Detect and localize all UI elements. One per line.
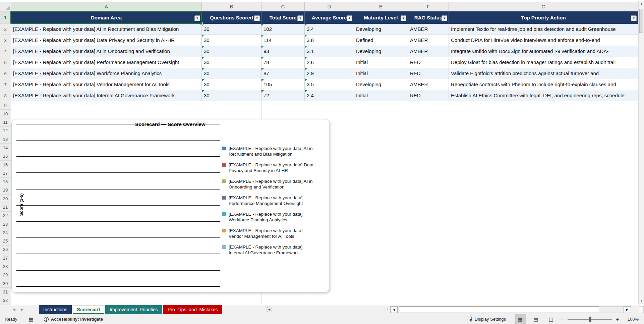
column-header-f[interactable]: F	[408, 2, 449, 11]
cell-questions-scored[interactable]: 30	[202, 46, 261, 57]
cell-average-score[interactable]: 3.1	[305, 46, 354, 57]
cell-rag-status[interactable]: AMBER	[408, 35, 449, 46]
header-total-score[interactable]: Total Score▾	[261, 11, 305, 24]
cell-total-score[interactable]: 102	[261, 24, 305, 35]
chart-object[interactable]: Scorecard — Score Overview Score (1-5) […	[11, 119, 329, 292]
macro-record-icon[interactable]: ▦	[29, 316, 34, 322]
vertical-scrollbar-thumb[interactable]	[639, 9, 643, 33]
zoom-slider-handle[interactable]	[589, 317, 591, 322]
sheet-tab[interactable]: Improvement_Priorities	[105, 305, 162, 314]
column-header-d[interactable]: D	[305, 2, 354, 11]
display-settings-button[interactable]: Display Settings	[467, 317, 506, 322]
cell-domain-area[interactable]: [EXAMPLE - Replace with your data] AI in…	[11, 24, 202, 35]
row-header[interactable]: 31	[0, 288, 11, 296]
cell-total-score[interactable]: 87	[261, 68, 305, 79]
filter-dropdown-icon[interactable]: ▾	[297, 15, 303, 21]
cell-top-priority-action[interactable]: Validate Eightfold's attrition predictio…	[449, 68, 638, 79]
row-header[interactable]: 6	[0, 68, 11, 79]
row-header[interactable]: 25	[0, 237, 11, 246]
cell-domain-area[interactable]: [EXAMPLE - Replace with your data] Perfo…	[11, 57, 202, 68]
cell-questions-scored[interactable]: 30	[202, 79, 261, 90]
row-header[interactable]: 27	[0, 254, 11, 262]
cell-maturity-level[interactable]: Developing	[354, 79, 408, 90]
row-header[interactable]: 3	[0, 35, 11, 46]
cell-questions-scored[interactable]: 30	[202, 24, 261, 35]
accessibility-status[interactable]: Accessibility: Investigate	[44, 317, 103, 322]
column-header-e[interactable]: E	[354, 2, 408, 11]
select-all-corner[interactable]	[0, 2, 11, 11]
row-header[interactable]: 13	[0, 135, 11, 144]
column-header-a[interactable]: A	[11, 2, 202, 11]
row-header[interactable]: 4	[0, 46, 11, 57]
sheet-tab[interactable]: Instructions	[39, 305, 72, 314]
legend-item[interactable]: [EXAMPLE - Replace with your data] Workf…	[222, 211, 315, 223]
legend-item[interactable]: [EXAMPLE - Replace with your data] Inter…	[222, 244, 315, 256]
header-questions-scored[interactable]: Questions Scored▾	[202, 11, 261, 24]
tab-scroll-left-icon[interactable]: ◀	[13, 305, 15, 314]
vertical-scrollbar[interactable]: ▲ ▼	[638, 1, 644, 305]
chart-title[interactable]: Scorecard — Score Overview	[12, 121, 329, 127]
filter-dropdown-icon[interactable]: ▾	[347, 15, 352, 21]
zoom-slider[interactable]	[568, 317, 612, 322]
header-top-priority-action[interactable]: Top Priority Action▾	[449, 11, 638, 24]
row-header[interactable]: 2	[0, 24, 11, 35]
cell-maturity-level[interactable]: Developing	[354, 46, 408, 57]
legend-item[interactable]: [EXAMPLE - Replace with your data] AI in…	[222, 146, 315, 157]
cell-domain-area[interactable]: [EXAMPLE - Replace with your data] Vendo…	[11, 79, 202, 90]
row-header[interactable]: 10	[0, 110, 11, 118]
row-header[interactable]: 16	[0, 161, 11, 169]
cell-domain-area[interactable]: [EXAMPLE - Replace with your data] AI in…	[11, 46, 202, 57]
cell-top-priority-action[interactable]: Establish AI Ethics Committee with legal…	[449, 90, 638, 101]
row-header[interactable]: 14	[0, 144, 11, 152]
cell-maturity-level[interactable]: Initial	[354, 90, 408, 101]
sheet-tab[interactable]: Pro_Tips_and_Mistakes	[163, 305, 222, 314]
cell-domain-area[interactable]: [EXAMPLE - Replace with your data] Workf…	[11, 68, 202, 79]
legend-item[interactable]: [EXAMPLE - Replace with your data] Data …	[222, 162, 315, 173]
view-normal-button[interactable]: ▦	[515, 314, 526, 324]
cell-rag-status[interactable]: RED	[408, 57, 449, 68]
tab-scroll-right-icon[interactable]: ▶	[21, 305, 23, 314]
column-header-b[interactable]: B	[202, 2, 261, 11]
chart-y-axis-label[interactable]: Score (1-5)	[19, 193, 24, 216]
filter-dropdown-icon[interactable]: ▾	[631, 15, 637, 21]
cell-questions-scored[interactable]: 30	[202, 57, 261, 68]
cell-questions-scored[interactable]: 30	[202, 35, 261, 46]
cell-domain-area[interactable]: [EXAMPLE - Replace with your data] Inter…	[11, 90, 202, 101]
legend-item[interactable]: [EXAMPLE - Replace with your data] Perfo…	[222, 195, 315, 206]
zoom-out-button[interactable]: —	[557, 316, 567, 322]
row-header[interactable]: 32	[0, 296, 11, 305]
cell-top-priority-action[interactable]: Implement Textio for real-time job ad bi…	[449, 24, 638, 35]
cell-maturity-level[interactable]: Defined	[354, 35, 408, 46]
column-header-g[interactable]: G	[449, 2, 638, 11]
cell-rag-status[interactable]: AMBER	[408, 24, 449, 35]
cell-total-score[interactable]: 78	[261, 57, 305, 68]
cell-average-score[interactable]: 2.6	[305, 57, 354, 68]
cell-rag-status[interactable]: AMBER	[408, 46, 449, 57]
cell-maturity-level[interactable]: Initial	[354, 68, 408, 79]
cell-top-priority-action[interactable]: Conduct DPIA for HireVue video interview…	[449, 35, 638, 46]
filter-dropdown-icon[interactable]: ▾	[194, 15, 200, 21]
cell-average-score[interactable]: 3.4	[305, 24, 354, 35]
cell-maturity-level[interactable]: Initial	[354, 57, 408, 68]
row-header[interactable]: 11	[0, 118, 11, 127]
cell-average-score[interactable]: 2.4	[305, 90, 354, 101]
cell-domain-area[interactable]: [EXAMPLE - Replace with your data] Data …	[11, 35, 202, 46]
cell-maturity-level[interactable]: Developing	[354, 24, 408, 35]
header-average-score[interactable]: Average Score▾	[305, 11, 354, 24]
header-maturity-level[interactable]: Maturity Level▾	[354, 11, 408, 24]
row-header[interactable]: 28	[0, 262, 11, 271]
horizontal-scrollbar-thumb[interactable]	[399, 306, 599, 313]
row-header[interactable]: 20	[0, 195, 11, 203]
row-header[interactable]: 30	[0, 279, 11, 288]
view-page-layout-button[interactable]: ▤	[530, 314, 541, 324]
row-header[interactable]: 26	[0, 246, 11, 254]
row-header[interactable]: 18	[0, 178, 11, 186]
cell-total-score[interactable]: 105	[261, 79, 305, 90]
scroll-right-icon[interactable]: ▶	[624, 306, 631, 313]
cell-average-score[interactable]: 3.5	[305, 79, 354, 90]
row-header[interactable]: 17	[0, 169, 11, 177]
row-header[interactable]: 12	[0, 127, 11, 135]
row-header[interactable]: 15	[0, 152, 11, 161]
cell-total-score[interactable]: 93	[261, 46, 305, 57]
filter-dropdown-icon[interactable]: ▾	[254, 15, 260, 21]
